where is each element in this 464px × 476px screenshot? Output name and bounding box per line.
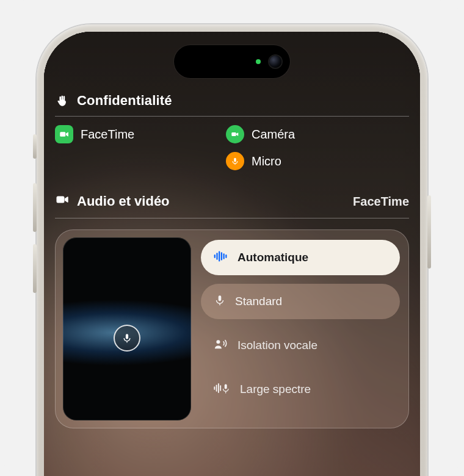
waveform-icon: [213, 250, 229, 265]
privacy-header: Confidentialité: [55, 93, 409, 109]
side-button[interactable]: [427, 195, 431, 269]
divider: [55, 116, 409, 117]
mic-mode-label: Standard: [235, 295, 282, 308]
camera-indicator-dot: [256, 59, 261, 64]
action-button[interactable]: [33, 134, 37, 159]
audio-video-header: Audio et vidéo FaceTime: [55, 192, 409, 211]
mic-preview[interactable]: [63, 237, 191, 420]
mic-mode-panel: Automatique Standard: [55, 229, 409, 428]
svg-rect-17: [225, 384, 227, 389]
privacy-app-facetime[interactable]: FaceTime: [55, 125, 208, 143]
svg-rect-3: [57, 197, 65, 203]
mic-mode-wide-spectrum[interactable]: Large spectre: [201, 372, 400, 407]
mic-mode-label: Large spectre: [240, 383, 311, 396]
screen: Confidentialité FaceTime: [44, 32, 420, 476]
mic-mode-options: Automatique Standard: [200, 237, 401, 420]
volume-down-button[interactable]: [33, 244, 37, 293]
person-wave-icon: [213, 337, 229, 354]
mic-mode-label: Isolation vocale: [237, 339, 317, 352]
divider: [55, 218, 409, 218]
privacy-mic-indicator[interactable]: Micro: [226, 152, 379, 170]
control-center-content: Confidentialité FaceTime: [55, 93, 409, 476]
mic-mode-label: Automatique: [237, 251, 308, 264]
privacy-title: Confidentialité: [77, 93, 172, 109]
mic-mode-standard[interactable]: Standard: [201, 284, 400, 319]
mic-icon: [226, 152, 244, 170]
mic-icon: [213, 294, 227, 310]
privacy-app-col: FaceTime: [55, 125, 208, 170]
hand-raised-icon: [55, 93, 70, 108]
svg-rect-4: [126, 334, 128, 339]
privacy-row: FaceTime Caméra: [55, 125, 409, 170]
iphone-frame: Confidentialité FaceTime: [37, 24, 427, 476]
mic-mode-automatic[interactable]: Automatique: [201, 240, 400, 275]
camera-icon: [226, 125, 244, 143]
audio-video-title: Audio et vidéo: [77, 193, 170, 209]
facetime-app-icon: [55, 125, 73, 143]
camera-label: Caméra: [252, 128, 295, 142]
wave-mic-icon: [213, 381, 231, 398]
volume-up-button[interactable]: [33, 183, 37, 232]
privacy-app-label: FaceTime: [81, 128, 134, 142]
privacy-camera-indicator[interactable]: Caméra: [226, 125, 379, 143]
video-fill-icon: [55, 192, 70, 211]
privacy-indicators-col: Caméra Micro: [226, 125, 379, 170]
mic-circle-icon: [114, 325, 140, 352]
svg-rect-11: [219, 295, 222, 301]
mic-mode-voice-isolation[interactable]: Isolation vocale: [201, 328, 400, 363]
mic-label: Micro: [252, 154, 281, 168]
audio-video-title-group: Audio et vidéo: [55, 192, 170, 211]
svg-rect-2: [234, 158, 236, 162]
svg-point-12: [216, 340, 220, 344]
dynamic-island[interactable]: [174, 45, 290, 78]
svg-rect-1: [231, 132, 236, 136]
front-camera-lens: [269, 56, 281, 68]
svg-rect-0: [60, 132, 65, 137]
audio-video-app: FaceTime: [353, 195, 409, 209]
stage: Confidentialité FaceTime: [0, 0, 464, 476]
